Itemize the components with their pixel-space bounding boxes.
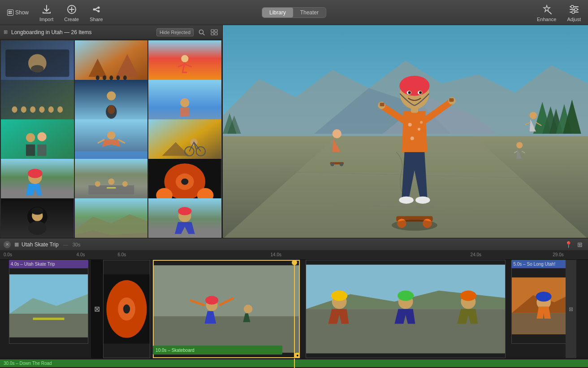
svg-rect-13 [215,30,217,32]
svg-rect-3 [10,13,12,14]
svg-point-8 [571,5,574,8]
audio-track-label: 30.0s – Down The Road [4,361,52,366]
svg-point-36 [57,106,63,113]
svg-rect-59 [88,185,134,194]
svg-point-109 [420,121,423,124]
search-button[interactable] [197,28,206,37]
svg-point-33 [30,106,35,113]
svg-point-40 [108,105,115,114]
toolbar-left: Show Import Create [7,3,103,22]
svg-point-121 [392,220,437,231]
clip-end-marker: ⊠ [566,260,576,358]
share-button[interactable]: Share [90,3,103,22]
svg-rect-119 [380,103,384,106]
expand-icon[interactable]: ⊞ [577,241,584,248]
svg-point-108 [411,136,414,140]
thumbnail-item[interactable] [1,119,74,165]
pin-icon[interactable]: 📍 [565,241,572,248]
svg-point-24 [103,75,106,80]
svg-point-80 [178,207,192,215]
import-button[interactable]: Import [39,3,53,22]
thumbnail-item[interactable] [148,80,221,126]
ruler-mark-3: 14.0s [271,252,281,257]
svg-point-62 [108,179,114,185]
svg-point-35 [48,106,54,113]
playhead-handle [292,260,297,265]
timeline-tracks: 4.0s – Utah Skate Trip ⊠ [0,260,588,358]
svg-rect-134 [154,265,299,316]
svg-point-131 [123,304,130,314]
share-label: Share [90,17,103,22]
clip-wheel-closeup[interactable] [103,260,150,358]
thumbnail-item[interactable] [1,159,74,205]
audio-clip-label: 10.0s – Skateboard [156,348,195,353]
svg-point-10 [572,11,575,13]
svg-point-105 [415,197,430,204]
hide-rejected-button[interactable]: Hide Rejected [156,28,194,36]
ruler-mark-1: 4.0s [77,252,85,257]
timeline-title: Utah Skate Trip [22,241,59,248]
svg-point-137 [244,305,252,313]
event-title: Longboarding in Utah — 26 Items [11,29,153,35]
clip-transition[interactable]: ⊠ [91,260,103,358]
bottom-audio-bar: 30.0s – Down The Road [0,358,588,368]
clip-skater-road[interactable] [153,260,300,358]
svg-point-104 [399,197,414,204]
svg-rect-120 [449,98,454,102]
svg-rect-30 [1,80,74,126]
thumbnail-item[interactable] [148,40,221,86]
create-button[interactable]: Create [64,3,79,22]
adjust-label: Adjust [567,17,581,22]
tab-theater[interactable]: Theater [293,8,326,18]
thumbnail-item[interactable] [1,198,74,238]
timeline-ruler: 0.0s 4.0s 6.0s 14.0s 24.0s 29.0s [0,251,588,260]
svg-rect-12 [211,30,214,32]
svg-rect-2 [9,13,10,14]
thumbnail-item[interactable] [1,40,74,86]
svg-rect-50 [148,119,221,165]
thumbnail-item[interactable] [1,80,74,126]
svg-point-73 [31,207,43,215]
thumbnail-item[interactable] [148,198,221,238]
svg-point-7 [93,8,95,10]
show-icon [7,9,13,16]
svg-point-122 [516,142,523,148]
svg-point-107 [418,128,420,131]
svg-point-11 [199,30,203,34]
import-icon [40,3,53,16]
svg-point-114 [399,76,429,96]
svg-point-31 [12,106,17,113]
svg-rect-0 [9,11,10,12]
grid-view-button[interactable] [210,28,219,37]
thumbnail-item[interactable] [75,198,148,238]
svg-point-43 [180,98,189,107]
thumbnail-grid [0,39,222,238]
clip-so-long-utah[interactable]: 5.0s – So Long Utah! ⊠ [511,260,576,358]
viewer-panel [223,25,588,238]
clip-group-skaters[interactable] [306,260,506,358]
enhance-button[interactable]: Enhance [537,3,556,22]
svg-rect-15 [215,33,217,35]
event-browser: ⊞ Longboarding in Utah — 26 Items Hide R… [0,25,223,238]
show-button[interactable]: Show [7,9,29,16]
timeline-separator: — [63,242,68,247]
close-timeline-button[interactable]: ✕ [4,241,11,248]
thumbnail-item[interactable] [148,159,221,205]
svg-point-100 [340,162,343,166]
thumbnail-item[interactable] [148,119,221,165]
clip-utah-trip[interactable]: 4.0s – Utah Skate Trip [9,260,88,358]
thumbnail-item[interactable] [75,119,148,165]
svg-point-26 [116,75,120,80]
svg-rect-60 [107,187,116,188]
svg-point-34 [39,106,44,113]
toolbar: Show Import Create [0,0,588,25]
thumbnail-item[interactable] [75,40,148,86]
timeline-title-area: ▦ Utah Skate Trip — 30s [14,241,565,248]
thumbnail-item[interactable] [75,159,148,205]
main-content: ⊞ Longboarding in Utah — 26 Items Hide R… [0,25,588,238]
adjust-button[interactable]: Adjust [567,3,581,22]
audio-clip-skateboard[interactable]: 10.0s – Skateboard [153,346,282,355]
tab-library[interactable]: Library [262,8,293,18]
svg-point-99 [330,162,334,166]
thumbnail-item[interactable] [75,80,148,126]
